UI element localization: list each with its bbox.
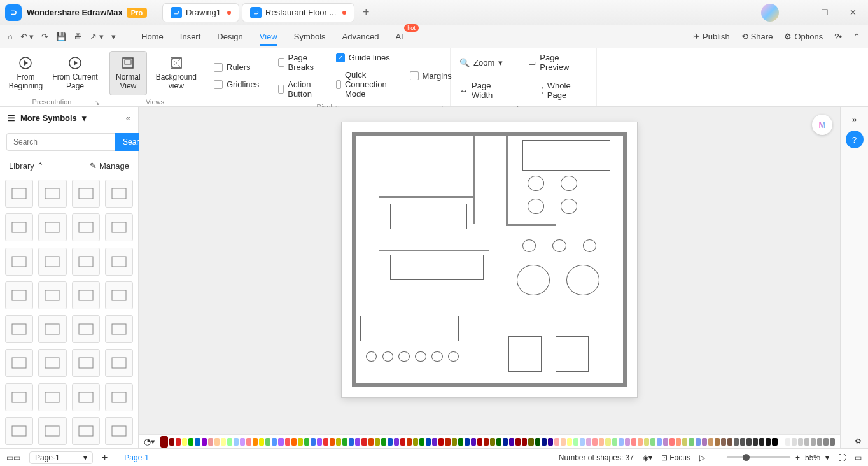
fit-width-icon[interactable]: ▭ [855, 453, 862, 462]
color-swatch[interactable] [240, 438, 245, 446]
color-swatch[interactable] [285, 438, 290, 446]
color-swatch[interactable] [445, 438, 450, 446]
minimize-button[interactable]: — [787, 3, 807, 23]
symbol-shape[interactable] [38, 180, 66, 208]
color-swatch[interactable] [663, 438, 668, 446]
symbol-shape[interactable] [105, 281, 133, 309]
color-swatch[interactable] [830, 438, 835, 446]
page-width-button[interactable]: ↔ Page Width [456, 79, 514, 102]
menu-design[interactable]: Design [217, 28, 242, 45]
color-swatch[interactable] [612, 438, 617, 446]
symbol-shape[interactable] [5, 315, 33, 343]
color-swatch[interactable] [772, 438, 777, 446]
library-toggle[interactable]: Library ⌃ [9, 161, 44, 171]
color-swatch[interactable] [208, 438, 213, 446]
color-swatch[interactable] [452, 438, 457, 446]
color-swatch[interactable] [548, 438, 553, 446]
menu-home[interactable]: Home [141, 28, 164, 45]
color-swatch[interactable] [554, 438, 559, 446]
from-current-page-button[interactable]: From Current Page [52, 51, 99, 95]
color-swatch[interactable] [542, 438, 547, 446]
zoom-dropdown[interactable]: 🔍 Zoom▾ [456, 51, 507, 74]
color-swatch[interactable] [188, 438, 193, 446]
color-swatch[interactable] [298, 438, 303, 446]
color-swatch[interactable] [592, 438, 598, 446]
symbol-shape[interactable] [38, 281, 66, 309]
symbol-shape[interactable] [72, 281, 100, 309]
user-avatar[interactable] [761, 4, 779, 22]
canvas-page[interactable] [342, 122, 637, 397]
color-swatch[interactable] [798, 438, 803, 446]
color-swatch[interactable] [727, 438, 732, 446]
color-swatch[interactable] [573, 438, 578, 446]
ai-fab-button[interactable]: M [812, 115, 832, 135]
color-swatch[interactable] [715, 438, 720, 446]
color-swatch[interactable] [708, 438, 713, 446]
color-swatch[interactable] [253, 438, 258, 446]
color-swatch[interactable] [638, 438, 643, 446]
symbol-shape[interactable] [5, 281, 33, 309]
color-swatch[interactable] [160, 436, 168, 448]
symbol-shape[interactable] [38, 417, 66, 445]
zoom-slider[interactable]: — + 55%▾ [714, 453, 829, 462]
doc-tab-drawing1[interactable]: ⊃ Drawing1 [162, 3, 239, 22]
symbol-shape[interactable] [72, 383, 100, 411]
color-swatch[interactable] [484, 438, 489, 446]
color-swatch[interactable] [426, 438, 431, 446]
color-swatch[interactable] [676, 438, 681, 446]
canvas-area[interactable]: M [139, 107, 840, 448]
symbol-shape[interactable] [72, 417, 100, 445]
color-swatch[interactable] [272, 438, 277, 446]
color-swatch[interactable] [567, 438, 572, 446]
color-swatch[interactable] [811, 438, 816, 446]
color-swatch[interactable] [368, 438, 374, 446]
color-swatch[interactable] [599, 438, 604, 446]
color-swatch[interactable] [580, 438, 585, 446]
color-swatch[interactable] [528, 438, 533, 446]
color-swatch[interactable] [458, 438, 463, 446]
symbol-shape[interactable] [72, 349, 100, 377]
color-swatch[interactable] [522, 438, 527, 446]
collapse-sidebar-button[interactable]: « [126, 113, 130, 123]
page-tab[interactable]: Page-1 [124, 453, 149, 462]
symbol-shape[interactable] [105, 383, 133, 411]
color-swatch[interactable] [388, 438, 393, 446]
color-swatch[interactable] [413, 438, 418, 446]
redo-button[interactable]: ↷ [41, 32, 48, 41]
color-swatch[interactable] [342, 438, 347, 446]
color-swatch[interactable] [702, 438, 707, 446]
color-swatch[interactable] [278, 438, 283, 446]
color-swatch[interactable] [438, 438, 444, 446]
symbol-shape[interactable] [38, 349, 66, 377]
color-swatch[interactable] [586, 438, 591, 446]
color-swatch[interactable] [657, 438, 662, 446]
color-swatch[interactable] [227, 438, 232, 446]
symbol-shape[interactable] [105, 417, 133, 445]
color-swatch[interactable] [195, 438, 200, 446]
guide-lines-checkbox[interactable]: ✓Guide lines [333, 51, 393, 64]
symbol-shape[interactable] [105, 349, 133, 377]
color-swatch[interactable] [740, 438, 745, 446]
color-swatch[interactable] [375, 438, 380, 446]
normal-view-button[interactable]: Normal View [109, 51, 147, 95]
dialog-launcher-icon[interactable]: ↘ [95, 99, 100, 106]
margins-checkbox[interactable]: Margins [407, 69, 454, 83]
manage-button[interactable]: ✎ Manage [90, 161, 129, 171]
page-breaks-checkbox[interactable]: Page Breaks [276, 51, 319, 74]
action-button-checkbox[interactable]: Action Button [276, 78, 319, 101]
color-swatch[interactable] [721, 438, 726, 446]
symbol-shape[interactable] [38, 315, 66, 343]
color-swatch[interactable] [394, 438, 399, 446]
add-page-button[interactable]: + [102, 452, 108, 463]
menu-symbols[interactable]: Symbols [294, 28, 326, 45]
gridlines-checkbox[interactable]: Gridlines [211, 78, 262, 91]
share-button[interactable]: ⟲ Share [741, 32, 773, 41]
symbol-shape[interactable] [105, 248, 133, 276]
qat-more-button[interactable]: ▾ [111, 32, 116, 41]
undo-button[interactable]: ↶ ▾ [20, 32, 34, 41]
symbol-shape[interactable] [72, 248, 100, 276]
collapse-ribbon-button[interactable]: ⌃ [853, 32, 860, 41]
color-swatch[interactable] [515, 438, 521, 446]
color-swatch[interactable] [650, 438, 655, 446]
symbol-shape[interactable] [5, 180, 33, 208]
